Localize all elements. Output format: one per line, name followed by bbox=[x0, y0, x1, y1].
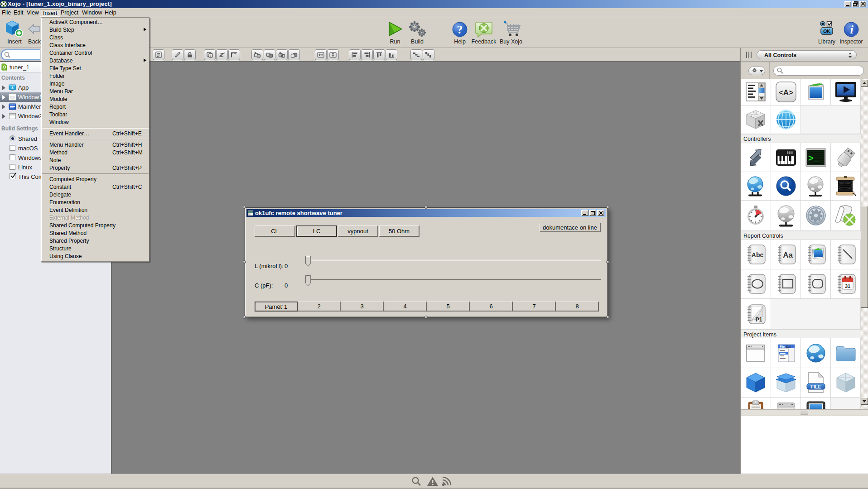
svg-text:1: 1 bbox=[210, 54, 212, 58]
svg-text:P1: P1 bbox=[755, 316, 762, 323]
svg-text:31: 31 bbox=[844, 283, 850, 289]
svg-text:?: ? bbox=[457, 24, 463, 36]
svg-text:FILE: FILE bbox=[810, 384, 821, 389]
svg-text:Aa: Aa bbox=[783, 251, 793, 259]
svg-text:>_: >_ bbox=[808, 153, 820, 164]
svg-text:Abc: Abc bbox=[751, 251, 763, 259]
svg-text:i: i bbox=[850, 23, 854, 36]
svg-text:File: File bbox=[780, 345, 785, 348]
svg-text:<A>: <A> bbox=[778, 88, 793, 97]
svg-text:OK: OK bbox=[823, 29, 830, 34]
svg-text:Edit: Edit bbox=[786, 345, 791, 348]
